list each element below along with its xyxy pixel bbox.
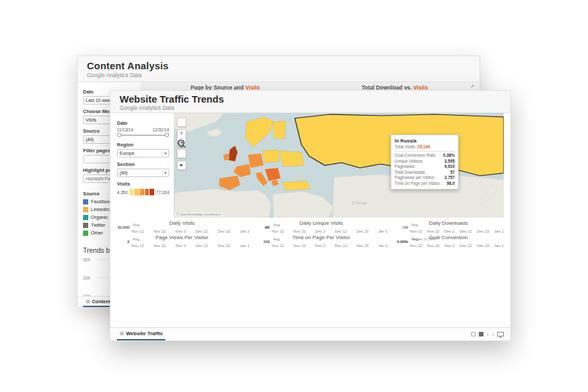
- date-range-slider[interactable]: 11/13/14 12/31/14: [117, 127, 169, 138]
- legend-label: Twitter: [91, 222, 105, 228]
- map-country-france[interactable]: [234, 164, 251, 177]
- map-pin-box[interactable]: [177, 149, 186, 158]
- chart-title: Daily Downloads: [393, 220, 504, 227]
- x-tick-label: Nov 12: [131, 244, 144, 248]
- visits-color-legend[interactable]: 4,350 77,024: [117, 189, 169, 195]
- tooltip-row: Total Downloads:57: [395, 170, 455, 176]
- x-tick-label: Nov 22: [427, 244, 440, 248]
- measure-value: Visits: [86, 118, 97, 122]
- header-highlight: Visits: [414, 84, 429, 91]
- gradient-segment: [135, 189, 139, 195]
- map-country-italy[interactable]: [256, 172, 268, 186]
- chart-time-on-page-per-visitor[interactable]: Time on Page Per Visitor3002001000AvgNov…: [255, 235, 388, 248]
- tooltip-row-value: 9,910: [444, 164, 455, 170]
- expand-icon[interactable]: ↗: [470, 84, 474, 90]
- x-tick-label: Nov 12: [272, 244, 284, 248]
- legend-swatch: [83, 223, 88, 228]
- region-select[interactable]: Europe ▾: [117, 149, 169, 157]
- header-prefix: Page by Source and: [191, 84, 246, 91]
- tooltip-divider: [395, 151, 455, 152]
- map-land-middle-east: [272, 191, 334, 218]
- trends-y-tick: 30K: [83, 257, 91, 262]
- y-tick-label: 0: [127, 225, 129, 229]
- visits-legend-label: Visits: [117, 181, 169, 187]
- tooltip-total-value: 15,140: [417, 144, 431, 149]
- website-traffic-sidebar: Date 11/13/14 12/31/14 Region Europe ▾ S…: [110, 113, 174, 218]
- map-country-ukraine[interactable]: [279, 151, 304, 167]
- x-tick-label: Jan 1: [494, 229, 504, 233]
- tooltip-row: Unique Visitors:3,595: [395, 159, 455, 165]
- map-country-spain[interactable]: [220, 176, 240, 190]
- tooltip-total-label: Total Visits:: [395, 144, 417, 149]
- trend-charts-grid: Daily Visits30,00020,00010,0000AvgNov 12…: [110, 218, 510, 249]
- window-title: Website Traffic Trends: [120, 93, 501, 105]
- x-tick-label: Nov 22: [154, 244, 166, 248]
- legend-swatch: [83, 199, 88, 204]
- trends-y-tick: 20K: [83, 276, 91, 280]
- map-country-greece[interactable]: [271, 180, 278, 186]
- map-row: Date 11/13/14 12/31/14 Region Europe ▾ S…: [110, 113, 510, 218]
- header-prefix: Total Download vs.: [361, 84, 413, 91]
- chart-goal-conversion[interactable]: Goal Conversion0.80%0.60%0.40%0.20%0.00%…: [393, 235, 504, 248]
- window-subtitle: Google Analytics Data: [120, 105, 501, 111]
- section-select[interactable]: (All) ▾: [117, 169, 169, 177]
- avg-label: Avg: [273, 237, 280, 241]
- y-tick-label: 1K: [265, 225, 270, 229]
- x-tick-label: Dec 22: [218, 229, 230, 233]
- chart-page-views-per-visitor[interactable]: Page Views Per Visitor3210AvgNov 12Nov 2…: [114, 235, 250, 248]
- tooltip-row-value: 3,595: [444, 159, 455, 165]
- section-label: Section: [117, 161, 169, 167]
- map-country-norway-sweden[interactable]: [246, 117, 273, 147]
- x-tick-label: Dec 2: [315, 244, 325, 248]
- x-tick-label: Jan 1: [378, 244, 388, 248]
- tooltip-row-value: 2.757: [444, 175, 455, 181]
- presentation-mode-icon[interactable]: [497, 329, 504, 340]
- slider-handle-start[interactable]: [117, 133, 122, 137]
- view-toggle-light[interactable]: [471, 332, 476, 336]
- next-sheet-icon[interactable]: ›: [492, 332, 494, 337]
- page-by-source-header: Page by Source and Visits: [140, 84, 310, 91]
- pin-icon[interactable]: [178, 150, 186, 157]
- chart-daily-unique-visits[interactable]: Daily Unique Visits9K8K7K6K5K4K3K2K1KAvg…: [255, 220, 388, 233]
- map-label-china: China: [352, 201, 367, 205]
- tooltip-title: In Russia: [395, 138, 455, 144]
- tooltip-row-value: 98.0: [447, 181, 455, 187]
- website-traffic-tabbar: ⊞ Website Traffic ‹ ›: [110, 327, 510, 340]
- y-tick-label: 0: [127, 240, 129, 244]
- visits-min-value: 4,350: [117, 190, 127, 195]
- slider-track[interactable]: [118, 135, 168, 136]
- map-country-finland[interactable]: [272, 121, 286, 139]
- website-traffic-window: Website Traffic Trends Google Analytics …: [110, 90, 511, 341]
- map-country-turkey[interactable]: [282, 181, 310, 190]
- avg-label: Avg: [273, 223, 280, 227]
- map-black-sea: [280, 171, 301, 180]
- chart-daily-visits[interactable]: Daily Visits30,00020,00010,0000AvgNov 12…: [114, 220, 250, 233]
- tab-website-traffic[interactable]: ⊞ Website Traffic: [117, 328, 165, 340]
- x-tick-label: Jan 1: [494, 244, 504, 248]
- map-country-united-kingdom[interactable]: [229, 146, 238, 161]
- x-tick-label: Dec 2: [444, 229, 455, 233]
- slider-handle-end[interactable]: [165, 133, 169, 137]
- x-tick-label: Dec 12: [195, 229, 208, 233]
- x-tick-label: Dec 12: [335, 229, 347, 233]
- window-subtitle: Google Analytics Data: [87, 72, 470, 78]
- x-tick-label: Nov 12: [272, 229, 284, 233]
- avg-label: Avg: [411, 223, 417, 227]
- map-country-germany[interactable]: [248, 154, 264, 168]
- section-value: (All): [120, 171, 127, 175]
- tooltip-row: Pageviews per Visitor:2.757: [395, 175, 455, 181]
- europe-map[interactable]: + − ▸ China © OpenStreetMap contributors: [174, 113, 504, 218]
- legend-label: Other: [91, 230, 103, 236]
- tooltip-row-value: 0.38%: [443, 153, 455, 159]
- grid-icon: ⊞: [86, 299, 90, 304]
- tooltip-row: Goal Conversion Rate:0.38%: [395, 153, 455, 159]
- chevron-down-icon: ▾: [162, 151, 167, 156]
- x-tick-label: Dec 2: [315, 229, 325, 233]
- tooltip-row-value: 57: [450, 170, 455, 176]
- map-country-balkans[interactable]: [265, 168, 280, 181]
- prev-sheet-icon[interactable]: ‹: [487, 332, 489, 337]
- chart-daily-downloads[interactable]: Daily Downloads100500AvgNov 12Nov 22Dec …: [393, 220, 504, 233]
- map-country-poland[interactable]: [262, 150, 279, 163]
- view-toggle-dark[interactable]: [479, 332, 483, 336]
- website-traffic-header: Website Traffic Trends Google Analytics …: [110, 91, 510, 113]
